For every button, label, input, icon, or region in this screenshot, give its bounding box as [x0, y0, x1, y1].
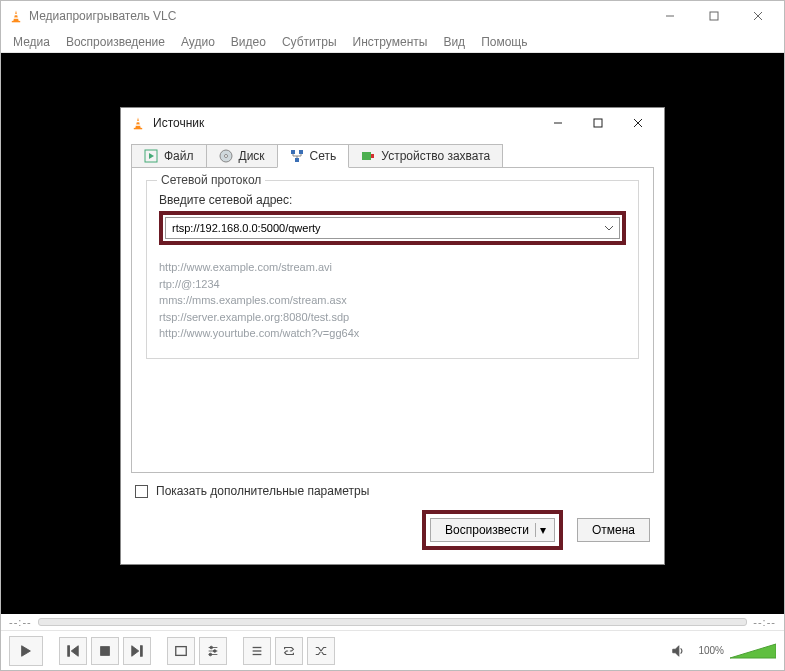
play-button[interactable] — [9, 636, 43, 666]
svg-rect-40 — [295, 158, 299, 162]
svg-marker-12 — [132, 645, 139, 656]
menu-video[interactable]: Видео — [223, 33, 274, 51]
group-title: Сетевой протокол — [157, 173, 265, 187]
url-highlight: rtsp://192.168.0.0:5000/qwerty — [159, 211, 626, 245]
svg-marker-10 — [71, 645, 78, 656]
maximize-button[interactable] — [692, 2, 736, 30]
vlc-cone-icon — [9, 9, 23, 23]
svg-rect-31 — [594, 119, 602, 127]
titlebar: Медиапроигрыватель VLC — [1, 1, 784, 31]
tab-panel-network: Сетевой протокол Введите сетевой адрес: … — [131, 167, 654, 473]
open-source-dialog: Источник Файл Диск Сеть Устройство захва… — [120, 107, 665, 565]
svg-marker-0 — [13, 10, 19, 21]
svg-marker-24 — [673, 645, 679, 656]
network-icon — [290, 149, 304, 163]
tab-capture[interactable]: Устройство захвата — [348, 144, 503, 168]
play-highlight: Воспроизвести ▾ — [422, 510, 563, 550]
dialog-titlebar: Источник — [121, 108, 664, 138]
url-label: Введите сетевой адрес: — [159, 193, 626, 207]
seek-slider[interactable] — [38, 618, 748, 626]
svg-rect-27 — [134, 128, 142, 129]
svg-point-18 — [210, 646, 213, 649]
menu-playback[interactable]: Воспроизведение — [58, 33, 173, 51]
svg-marker-26 — [135, 117, 141, 128]
tab-disc-label: Диск — [239, 149, 265, 163]
example-line: http://www.example.com/stream.avi — [159, 259, 626, 276]
svg-rect-13 — [141, 645, 143, 656]
menu-media[interactable]: Медиа — [5, 33, 58, 51]
ext-settings-button[interactable] — [199, 637, 227, 665]
svg-rect-11 — [101, 646, 110, 655]
playlist-button[interactable] — [243, 637, 271, 665]
loop-button[interactable] — [275, 637, 303, 665]
dialog-maximize-button[interactable] — [578, 109, 618, 137]
svg-rect-2 — [15, 14, 18, 15]
svg-rect-1 — [12, 21, 20, 22]
svg-marker-35 — [149, 153, 154, 159]
minimize-button[interactable] — [648, 2, 692, 30]
svg-point-37 — [224, 155, 227, 158]
capture-icon — [361, 149, 375, 163]
tab-file[interactable]: Файл — [131, 144, 207, 168]
svg-point-19 — [213, 649, 216, 652]
example-line: http://www.yourtube.com/watch?v=gg64x — [159, 325, 626, 342]
network-url-value: rtsp://192.168.0.0:5000/qwerty — [172, 222, 321, 234]
menu-subtitles[interactable]: Субтитры — [274, 33, 345, 51]
tab-capture-label: Устройство захвата — [381, 149, 490, 163]
fullscreen-button[interactable] — [167, 637, 195, 665]
time-total: --:-- — [753, 616, 776, 628]
example-line: rtsp://server.example.org:8080/test.sdp — [159, 309, 626, 326]
dropdown-arrow-icon[interactable]: ▾ — [535, 523, 550, 537]
next-button[interactable] — [123, 637, 151, 665]
play-button-label: Воспроизвести — [445, 523, 529, 537]
svg-rect-42 — [371, 154, 374, 158]
svg-rect-38 — [291, 150, 295, 154]
menubar: Медиа Воспроизведение Аудио Видео Субтит… — [1, 31, 784, 53]
play-file-icon — [144, 149, 158, 163]
checkbox-box — [135, 485, 148, 498]
url-examples: http://www.example.com/stream.avi rtp://… — [159, 259, 626, 342]
svg-rect-5 — [710, 12, 718, 20]
disc-icon — [219, 149, 233, 163]
dialog-minimize-button[interactable] — [538, 109, 578, 137]
tab-network[interactable]: Сеть — [277, 144, 350, 168]
window-title: Медиапроигрыватель VLC — [29, 9, 176, 23]
menu-view[interactable]: Вид — [435, 33, 473, 51]
time-elapsed: --:-- — [9, 616, 32, 628]
cancel-button-label: Отмена — [592, 523, 635, 537]
example-line: mms://mms.examples.com/stream.asx — [159, 292, 626, 309]
svg-rect-9 — [68, 645, 70, 656]
menu-tools[interactable]: Инструменты — [345, 33, 436, 51]
volume-percent: 100% — [698, 645, 724, 656]
mute-button[interactable] — [664, 637, 692, 665]
dialog-close-button[interactable] — [618, 109, 658, 137]
tab-disc[interactable]: Диск — [206, 144, 278, 168]
svg-rect-41 — [362, 152, 371, 160]
chevron-down-icon[interactable] — [603, 222, 615, 236]
svg-rect-29 — [136, 124, 140, 125]
stop-button[interactable] — [91, 637, 119, 665]
svg-rect-28 — [137, 121, 140, 122]
close-button[interactable] — [736, 2, 780, 30]
tab-file-label: Файл — [164, 149, 194, 163]
network-protocol-group: Сетевой протокол Введите сетевой адрес: … — [146, 180, 639, 359]
shuffle-button[interactable] — [307, 637, 335, 665]
network-url-input[interactable]: rtsp://192.168.0.0:5000/qwerty — [165, 217, 620, 239]
show-more-label: Показать дополнительные параметры — [156, 484, 369, 498]
cancel-button[interactable]: Отмена — [577, 518, 650, 542]
tabs: Файл Диск Сеть Устройство захвата — [121, 138, 664, 168]
menu-audio[interactable]: Аудио — [173, 33, 223, 51]
prev-button[interactable] — [59, 637, 87, 665]
play-button-dialog[interactable]: Воспроизвести ▾ — [430, 518, 555, 542]
tab-network-label: Сеть — [310, 149, 337, 163]
svg-rect-39 — [299, 150, 303, 154]
show-more-options-checkbox[interactable]: Показать дополнительные параметры — [135, 484, 650, 498]
menu-help[interactable]: Помощь — [473, 33, 535, 51]
player-controls: 100% — [1, 630, 784, 670]
dialog-title: Источник — [153, 116, 204, 130]
volume-slider[interactable] — [730, 642, 776, 660]
dialog-bottom: Показать дополнительные параметры Воспро… — [121, 474, 664, 564]
svg-rect-3 — [14, 17, 18, 18]
vlc-main-window: Медиапроигрыватель VLC Медиа Воспроизвед… — [0, 0, 785, 671]
svg-marker-8 — [22, 645, 31, 656]
